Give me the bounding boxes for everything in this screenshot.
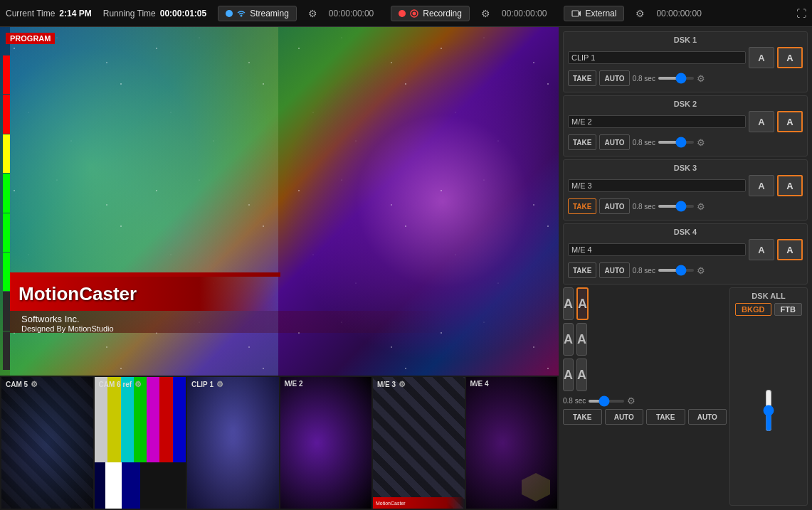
me3-label-wrap: M/E 3 ⚙ xyxy=(377,380,406,389)
vu-bar-red2 xyxy=(3,95,10,133)
me2-label-wrap: M/E 2 xyxy=(285,380,303,388)
me3-text: MotionCaster xyxy=(376,501,406,506)
current-time-label: Current Time xyxy=(6,9,55,18)
thumbnail-me3[interactable]: M/E 3 ⚙ MotionCaster xyxy=(373,377,465,509)
dsk4-time: 0.8 sec xyxy=(633,267,655,275)
dsk3-auto-btn[interactable]: AUTO xyxy=(599,198,629,214)
dsk-all-bkgd-ftb: BKGD FTB xyxy=(735,303,802,316)
me2-overlay xyxy=(280,377,372,509)
dsk4-gear-icon[interactable]: ⚙ xyxy=(697,265,705,276)
dsk2-slider[interactable] xyxy=(658,141,694,144)
dsk3-take-btn[interactable]: TAKE xyxy=(568,198,596,214)
me3-gear-icon[interactable]: ⚙ xyxy=(399,380,406,389)
cam5-gear-icon[interactable]: ⚙ xyxy=(31,380,38,389)
thumbnail-me4[interactable]: M/E 4 xyxy=(466,377,558,509)
dsk-all-take2-btn[interactable]: TAKE xyxy=(646,409,685,425)
right-panel: DSK 1 CLIP 1 A A TAKE AUTO 0.8 sec ⚙ DSK… xyxy=(559,27,812,510)
dsk2-btn-a-left[interactable]: A xyxy=(749,111,774,132)
dsk4-btn-a-left[interactable]: A xyxy=(749,239,774,260)
thumbnail-cam6ref[interactable]: CAM 6 ref ⚙ xyxy=(95,377,186,509)
big-a-row2: A A xyxy=(563,323,727,356)
vu-meter xyxy=(3,55,10,370)
dsk1-btn-a-left[interactable]: A xyxy=(749,47,774,68)
record-icon xyxy=(409,9,419,18)
svg-point-0 xyxy=(241,14,243,16)
vu-bar-red xyxy=(3,55,10,94)
dsk1-btn-a-right[interactable]: A xyxy=(777,47,803,68)
cam6-label: CAM 6 ref xyxy=(99,381,132,388)
dsk1-gear-icon[interactable]: ⚙ xyxy=(697,73,705,84)
dsk1-slider[interactable] xyxy=(658,77,694,80)
dsk1-take-btn[interactable]: TAKE xyxy=(568,70,596,86)
external-button[interactable]: External xyxy=(564,6,624,21)
dsk4-slider[interactable] xyxy=(658,269,694,272)
streaming-button[interactable]: Streaming xyxy=(218,6,297,21)
dsk4-auto-btn[interactable]: AUTO xyxy=(599,262,629,278)
recording-label: Recording xyxy=(423,9,462,18)
dsk-all-right-panel: DSK ALL BKGD FTB xyxy=(729,287,808,506)
dsk-all-auto-btn[interactable]: AUTO xyxy=(605,409,644,425)
dsk-all-time: 0.8 sec xyxy=(563,397,586,405)
dsk3-source-select[interactable]: M/E 3 xyxy=(568,179,746,192)
thumbnail-cam5[interactable]: CAM 5 ⚙ xyxy=(1,377,93,509)
clip1-label: CLIP 1 xyxy=(191,381,213,388)
lt-title: MotionCaster xyxy=(19,283,137,305)
dsk2-time: 0.8 sec xyxy=(633,139,655,147)
big-a-row2-left[interactable]: A xyxy=(563,323,574,356)
clip1-gear-icon[interactable]: ⚙ xyxy=(216,380,223,389)
lt-sub-bar: Softworks Inc. Designed By MotionStudio xyxy=(10,311,559,333)
bkgd-btn[interactable]: BKGD xyxy=(735,303,771,316)
recording-button[interactable]: Recording xyxy=(391,6,470,21)
color-bars-bottom xyxy=(95,462,186,509)
dsk4-take-btn[interactable]: TAKE xyxy=(568,262,596,278)
external-time: 00:00:00:00 xyxy=(656,9,701,18)
recording-time: 00:00:00:00 xyxy=(502,9,547,18)
expand-icon[interactable]: ⛶ xyxy=(796,8,806,19)
dsk1-row2: TAKE AUTO 0.8 sec ⚙ xyxy=(568,70,803,86)
dsk1-auto-btn[interactable]: AUTO xyxy=(599,70,629,86)
current-time: Current Time 2:14 PM xyxy=(6,9,92,18)
left-panel: PROGRAM MotionCaster Softworks Inc. xyxy=(0,27,559,510)
thumbnails-bar: CAM 5 ⚙ CAM 6 ref ⚙ xyxy=(0,376,559,510)
cam6-gear-icon[interactable]: ⚙ xyxy=(135,380,142,389)
dsk-all-slider[interactable] xyxy=(589,400,624,403)
dsk2-gear-icon[interactable]: ⚙ xyxy=(697,137,705,148)
big-a-row1-left[interactable]: A xyxy=(563,287,574,320)
dsk4-title: DSK 4 xyxy=(568,228,803,236)
dsk3-btn-a-left[interactable]: A xyxy=(749,175,774,196)
ftb-btn[interactable]: FTB xyxy=(774,303,802,316)
streaming-gear-icon[interactable]: ⚙ xyxy=(308,8,317,19)
streaming-time: 00:00:00:00 xyxy=(329,9,374,18)
dsk3-btn-a-right[interactable]: A xyxy=(777,175,803,196)
big-a-row3-left[interactable]: A xyxy=(563,358,574,391)
dsk-all-auto2-btn[interactable]: AUTO xyxy=(688,409,727,425)
dsk2-title: DSK 2 xyxy=(568,100,803,108)
dsk2-btn-a-right[interactable]: A xyxy=(777,111,803,132)
me4-label-wrap: M/E 4 xyxy=(470,380,489,388)
thumbnail-clip1[interactable]: CLIP 1 ⚙ xyxy=(187,377,279,509)
dsk4-source-select[interactable]: M/E 4 xyxy=(568,243,746,256)
dsk2-auto-btn[interactable]: AUTO xyxy=(599,134,629,150)
dsk-all-take-btn[interactable]: TAKE xyxy=(563,409,602,425)
big-a-row3-right[interactable]: A xyxy=(576,358,587,391)
vu-bar-off2 xyxy=(3,331,10,370)
dsk2-row2: TAKE AUTO 0.8 sec ⚙ xyxy=(568,134,803,150)
external-gear-icon[interactable]: ⚙ xyxy=(636,8,645,19)
dsk2-take-btn[interactable]: TAKE xyxy=(568,134,596,150)
thumbnail-me2[interactable]: M/E 2 xyxy=(280,377,372,509)
dsk1-source-select[interactable]: CLIP 1 xyxy=(568,51,746,64)
dsk4-btn-a-right[interactable]: A xyxy=(777,239,803,260)
big-a-row1-right[interactable]: A xyxy=(576,287,589,320)
program-label: PROGRAM xyxy=(6,33,55,44)
vertical-slider[interactable] xyxy=(761,389,776,432)
dsk2-source-select[interactable]: M/E 2 xyxy=(568,115,746,128)
dsk2-row1: M/E 2 A A xyxy=(568,111,803,132)
recording-gear-icon[interactable]: ⚙ xyxy=(481,8,490,19)
cam6-label-wrap: CAM 6 ref ⚙ xyxy=(99,380,142,389)
big-a-row2-right[interactable]: A xyxy=(576,323,587,356)
dsk3-slider[interactable] xyxy=(658,205,694,208)
dsk-all-gear-icon[interactable]: ⚙ xyxy=(627,395,636,406)
big-a-row1: A A xyxy=(563,287,727,320)
dsk3-gear-icon[interactable]: ⚙ xyxy=(697,201,705,212)
clip1-label-wrap: CLIP 1 ⚙ xyxy=(191,380,223,389)
